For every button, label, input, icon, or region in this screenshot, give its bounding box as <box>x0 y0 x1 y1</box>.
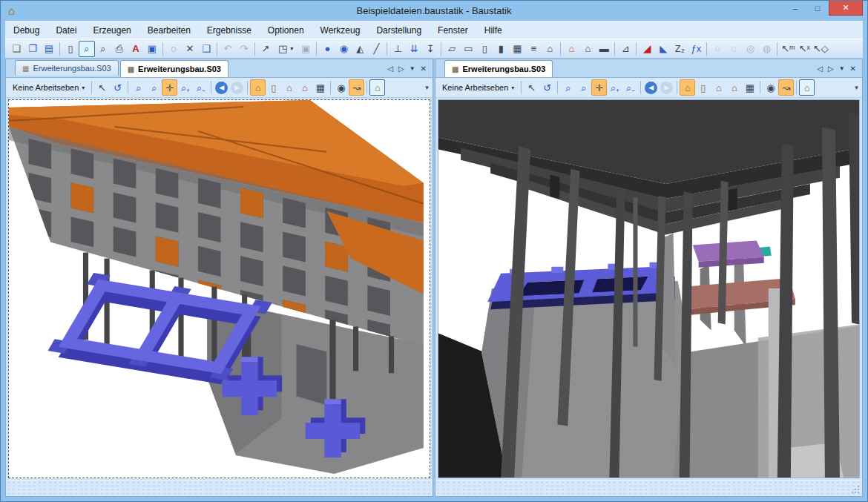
menu-item-ergebnisse[interactable]: Ergebnisse <box>199 25 260 36</box>
page-preview-button[interactable]: ⌕ <box>95 41 111 57</box>
support-spring-button[interactable]: ↧ <box>422 41 438 57</box>
render-view-button[interactable]: ◉ <box>763 79 778 96</box>
view-back-button[interactable]: ◀ <box>643 79 659 96</box>
z-load-button[interactable]: Z₂ <box>671 41 688 57</box>
render-view-button[interactable]: ◉ <box>333 79 349 96</box>
menu-item-werkzeug[interactable]: Werkzeug <box>312 25 369 36</box>
grid-view-button[interactable]: ▦ <box>742 79 757 96</box>
purple-slab[interactable] <box>693 240 772 267</box>
tab-list-button[interactable]: ▼ <box>410 66 415 72</box>
scroll-tabs-right-button[interactable]: ▷ <box>398 65 404 73</box>
orbit-tool-button[interactable]: ↺ <box>110 79 125 96</box>
roof-edit-button[interactable]: ⌂ <box>579 41 596 57</box>
left-3d-viewport[interactable] <box>8 99 430 478</box>
zoom-window-button[interactable]: ⌕ <box>131 79 146 96</box>
scroll-tabs-right-button[interactable]: ▷ <box>828 65 834 73</box>
workplane-dropdown[interactable]: Keine Arbeitseben▾ <box>8 79 89 96</box>
pdf-export-button[interactable]: A <box>128 41 144 57</box>
animation-path-button[interactable]: ↝ <box>778 79 794 96</box>
view-cube-dropdown[interactable]: ◳▾ <box>274 41 297 57</box>
open-file-button[interactable]: ❐ <box>24 41 41 57</box>
rail-button[interactable]: ≡ <box>525 41 542 57</box>
slab-lower-button[interactable]: ▬ <box>596 41 612 57</box>
zoom-out-button[interactable]: ⌕₋ <box>622 79 638 96</box>
menu-item-darstellung[interactable]: Darstellung <box>368 25 430 36</box>
close-button[interactable]: ✕ <box>829 1 863 16</box>
close-view-button[interactable]: ✕ <box>421 65 427 73</box>
lasso-select-button[interactable]: ◌ <box>165 41 182 57</box>
member-cone-button[interactable]: ◭ <box>352 41 368 57</box>
support-force-button[interactable]: ⇊ <box>406 41 422 57</box>
line-load-button[interactable]: ◢ <box>639 41 655 57</box>
animation-path-button[interactable]: ↝ <box>349 79 364 96</box>
scroll-tabs-left-button[interactable]: ◁ <box>817 65 823 73</box>
tab-erweiterungsbau-s03[interactable]: ▦Erweiterungsbau.S03 <box>120 60 228 77</box>
node-select-button[interactable]: ◉ <box>335 41 352 57</box>
roof-button[interactable]: ⌂ <box>542 41 558 57</box>
zoom-in-button[interactable]: ⌕₊ <box>177 79 193 96</box>
view-front-button[interactable]: ▯ <box>695 79 711 96</box>
wall-button[interactable]: ▮ <box>493 41 509 57</box>
menu-item-erzeugen[interactable]: Erzeugen <box>85 25 139 36</box>
zoom-dynamic-button[interactable]: ⌕ <box>576 79 591 96</box>
menu-item-datei[interactable]: Datei <box>47 25 85 36</box>
copy-button[interactable]: ❑ <box>198 41 214 57</box>
function-button[interactable]: ƒx <box>688 41 704 57</box>
toolbar-overflow-button[interactable]: ▾ <box>852 80 861 95</box>
menu-item-bearbeiten[interactable]: Bearbeiten <box>139 25 199 36</box>
zoom-out-button[interactable]: ⌕₋ <box>193 79 208 96</box>
minimize-button[interactable]: – <box>784 1 806 16</box>
select-member-mode-button[interactable]: ↖ᵐ <box>780 41 796 57</box>
save-button[interactable]: ▤ <box>41 41 57 57</box>
select-tool-button[interactable]: ↖ <box>524 79 539 96</box>
resize-grip[interactable] <box>851 485 859 493</box>
view-3d-button[interactable]: ⌂ <box>680 79 695 96</box>
delete-button[interactable]: ✕ <box>182 41 198 57</box>
print-button[interactable]: ⎙ <box>111 41 128 57</box>
view-back-button[interactable]: ◀ <box>214 79 229 96</box>
share-button[interactable]: ↗ <box>257 41 274 57</box>
plate-button[interactable]: ▱ <box>444 41 460 57</box>
select-node-mode-button[interactable]: ↖ˣ <box>796 41 812 57</box>
menu-item-fenster[interactable]: Fenster <box>430 25 476 36</box>
line-member-button[interactable]: ╱ <box>368 41 384 57</box>
grid-view-button[interactable]: ▦ <box>312 79 328 96</box>
pan-button[interactable]: ✛ <box>591 79 607 96</box>
new-file-button[interactable]: ❏ <box>8 41 24 57</box>
roof-import-button[interactable]: ⌂ <box>563 41 579 57</box>
ceiling-slab[interactable] <box>438 100 859 234</box>
view-top-button[interactable]: ⌂ <box>726 79 742 96</box>
page-setup-button[interactable]: ▯ <box>62 41 79 57</box>
right-3d-viewport[interactable] <box>438 99 860 478</box>
zoom-window-button[interactable]: ⌕ <box>560 79 576 96</box>
view-top-button[interactable]: ⌂ <box>297 79 312 96</box>
support-rotate-button[interactable]: ⊿ <box>617 41 634 57</box>
tab-list-button[interactable]: ▼ <box>839 66 845 72</box>
menu-item-hilfe[interactable]: Hilfe <box>476 25 510 36</box>
close-view-button[interactable]: ✕ <box>850 65 856 73</box>
select-tool-button[interactable]: ↖ <box>94 79 110 96</box>
support-button[interactable]: ⊥ <box>389 41 406 57</box>
snapshot-button[interactable]: ▣ <box>144 41 160 57</box>
zoom-dynamic-button[interactable]: ⌕ <box>146 79 162 96</box>
slab-button[interactable]: ▦ <box>509 41 525 57</box>
scroll-tabs-left-button[interactable]: ◁ <box>387 65 393 73</box>
beam-edit-button[interactable]: ▯ <box>476 41 493 57</box>
toolbar-overflow-button[interactable]: ▾ <box>422 80 432 95</box>
textured-view-button[interactable]: ⌂ <box>799 79 815 96</box>
textured-view-button[interactable]: ⌂ <box>369 79 385 96</box>
tab-erweiterungsbau-s03[interactable]: ▦Erweiterungsbau.S03 <box>444 60 553 77</box>
view-front-button[interactable]: ▯ <box>266 79 281 96</box>
view-home-button[interactable]: ⌂ <box>281 79 297 96</box>
zoom-in-button[interactable]: ⌕₊ <box>607 79 622 96</box>
view-home-button[interactable]: ⌂ <box>711 79 726 96</box>
area-load-button[interactable]: ◣ <box>655 41 671 57</box>
orbit-tool-button[interactable]: ↺ <box>539 79 555 96</box>
menu-item-debug[interactable]: Debug <box>5 25 47 36</box>
menu-item-optionen[interactable]: Optionen <box>260 25 312 36</box>
workplane-dropdown[interactable]: Keine Arbeitseben▾ <box>438 79 519 96</box>
node-button[interactable]: ● <box>319 41 335 57</box>
view-3d-button[interactable]: ⌂ <box>250 79 266 96</box>
beam-button[interactable]: ▭ <box>460 41 476 57</box>
print-preview-button[interactable]: ⌕ <box>79 41 95 57</box>
